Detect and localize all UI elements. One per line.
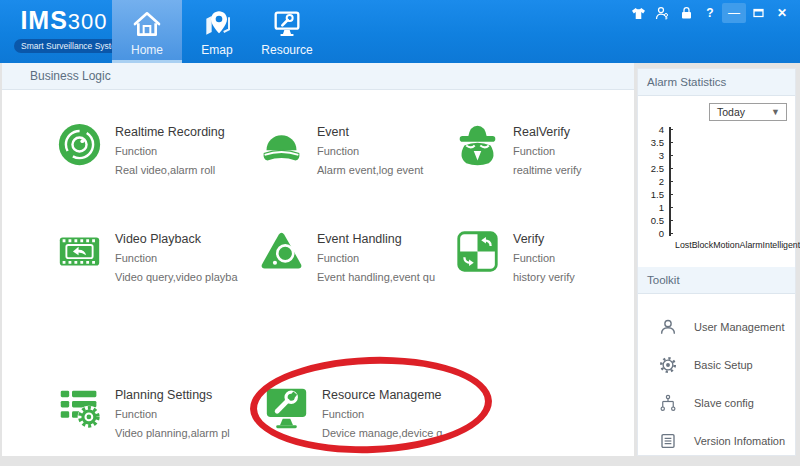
card-description: Alarm event,log event <box>317 161 423 180</box>
toolkit-item-user-management[interactable]: User Management <box>638 308 795 346</box>
card-description: Device manage,device g <box>322 424 442 443</box>
lock-icon[interactable] <box>674 3 698 23</box>
user-key-icon[interactable] <box>650 3 674 23</box>
ims300-window: IMS300 Smart Surveillance System Home <box>0 0 800 466</box>
titlebar: IMS300 Smart Surveillance System Home <box>0 0 800 63</box>
main-nav: Home Emap <box>112 0 322 63</box>
card-title: Verify <box>513 230 575 249</box>
card-title: Event <box>317 123 423 142</box>
y-tick-label: 1.5 <box>642 189 664 200</box>
y-tick-mark <box>669 155 673 156</box>
hierarchy-icon <box>659 394 677 412</box>
triangle-magnifier-icon <box>259 229 304 274</box>
card-title: Video Playback <box>115 230 238 249</box>
x-tick-label: Block <box>692 240 714 250</box>
y-tick-mark <box>669 168 673 169</box>
card-verify[interactable]: Verify Function history verify <box>455 229 575 287</box>
tab-resource-label: Resource <box>261 43 312 57</box>
y-tick-mark <box>669 142 673 143</box>
business-logic-header: Business Logic <box>2 63 634 90</box>
map-pin-icon <box>201 8 233 40</box>
dropdown-arrow-icon: ▼ <box>771 107 780 117</box>
card-resource-management[interactable]: Resource Manageme Function Device manage… <box>264 385 442 443</box>
alarm-chart-panel: Today ▼ 43.532.521.510.50LostBlockMotion… <box>638 96 795 267</box>
card-subtitle: Function <box>115 142 225 161</box>
card-event-handling[interactable]: Event Handling Function Event handling,e… <box>259 229 435 287</box>
toolkit-item-version-information[interactable]: Version Infomation <box>638 422 795 460</box>
y-tick-label: 0.5 <box>642 215 664 226</box>
card-planning-settings[interactable]: Planning Settings Function Video plannin… <box>57 385 230 443</box>
card-title: Planning Settings <box>115 386 230 405</box>
card-subtitle: Function <box>317 142 423 161</box>
y-tick-mark <box>669 207 673 208</box>
shirt-icon[interactable] <box>626 3 650 23</box>
time-range-value: Today <box>717 106 745 118</box>
card-description: Real video,alarm roll <box>115 161 225 180</box>
x-tick-label: Alarm <box>740 240 763 250</box>
toolkit-item-label: Version Infomation <box>694 435 785 447</box>
y-tick-label: 4 <box>642 124 664 135</box>
business-logic-title: Business Logic <box>30 69 111 83</box>
card-description: Event handling,event qu <box>317 268 435 287</box>
card-realverify[interactable]: RealVerify Function realtime verify <box>455 122 581 180</box>
app-title: IMS300 <box>14 6 114 35</box>
y-tick-label: 2.5 <box>642 163 664 174</box>
card-description: Video planning,alarm pl <box>115 424 230 443</box>
app-logo: IMS300 Smart Surveillance System <box>14 6 114 53</box>
time-range-dropdown[interactable]: Today ▼ <box>709 103 787 121</box>
y-tick-label: 1 <box>642 202 664 213</box>
card-subtitle: Function <box>513 249 575 268</box>
document-icon <box>659 432 677 450</box>
maximize-button[interactable] <box>746 3 770 23</box>
toolkit-header: Toolkit <box>638 267 795 294</box>
tab-resource[interactable]: Resource <box>252 0 322 63</box>
sidebar: Alarm Statistics Today ▼ 43.532.521.510.… <box>637 68 796 456</box>
y-tick-mark <box>669 181 673 182</box>
y-tick-mark <box>669 220 673 221</box>
home-icon <box>131 8 163 40</box>
monitor-wrench-icon <box>271 8 303 40</box>
camera-lens-icon <box>57 122 102 167</box>
y-tick-mark <box>669 129 673 130</box>
toolkit-item-label: User Management <box>694 321 785 333</box>
card-description: Video query,video playba <box>115 268 238 287</box>
card-title: Realtime Recording <box>115 123 225 142</box>
y-tick-label: 3 <box>642 150 664 161</box>
alarm-statistics-title: Alarm Statistics <box>647 76 726 88</box>
alarm-dome-icon <box>259 122 304 167</box>
card-video-playback[interactable]: Video Playback Function Video query,vide… <box>57 229 238 287</box>
x-axis-labels: LostBlockMotionAlarmIntelligent <box>675 240 795 250</box>
spy-icon <box>455 122 500 167</box>
close-button[interactable]: ✕ <box>770 3 794 23</box>
tab-emap[interactable]: Emap <box>182 0 252 63</box>
gear-icon <box>659 356 677 374</box>
card-title: Resource Manageme <box>322 386 442 405</box>
card-title: Event Handling <box>317 230 435 249</box>
tab-home-label: Home <box>131 43 163 57</box>
toolkit-list: User Management Basic Setup <box>638 294 795 460</box>
checker-arrows-icon <box>455 229 500 274</box>
monitor-wrench-icon <box>264 385 309 430</box>
y-tick-label: 3.5 <box>642 137 664 148</box>
card-event[interactable]: Event Function Alarm event,log event <box>259 122 423 180</box>
tab-emap-label: Emap <box>201 43 232 57</box>
card-subtitle: Function <box>513 142 581 161</box>
y-tick-label: 2 <box>642 176 664 187</box>
x-tick-label: Intelligent <box>763 240 800 250</box>
card-subtitle: Function <box>322 405 442 424</box>
card-title: RealVerify <box>513 123 581 142</box>
alarm-statistics-header: Alarm Statistics <box>638 69 795 96</box>
help-icon[interactable]: ? <box>698 3 722 23</box>
tab-home[interactable]: Home <box>112 0 182 63</box>
y-tick-mark <box>669 233 673 234</box>
alarm-chart: 43.532.521.510.50LostBlockMotionAlarmInt… <box>642 126 794 264</box>
window-controls: ? — ✕ <box>626 3 794 23</box>
card-realtime-recording[interactable]: Realtime Recording Function Real video,a… <box>57 122 225 180</box>
toolkit-item-slave-config[interactable]: Slave config <box>638 384 795 422</box>
y-tick-mark <box>669 194 673 195</box>
toolkit-item-basic-setup[interactable]: Basic Setup <box>638 346 795 384</box>
business-logic-panel: Business Logic Realtime Recording Functi… <box>2 63 634 456</box>
minimize-button[interactable]: — <box>722 3 746 23</box>
toolkit-title: Toolkit <box>647 274 680 286</box>
user-icon <box>659 318 677 336</box>
